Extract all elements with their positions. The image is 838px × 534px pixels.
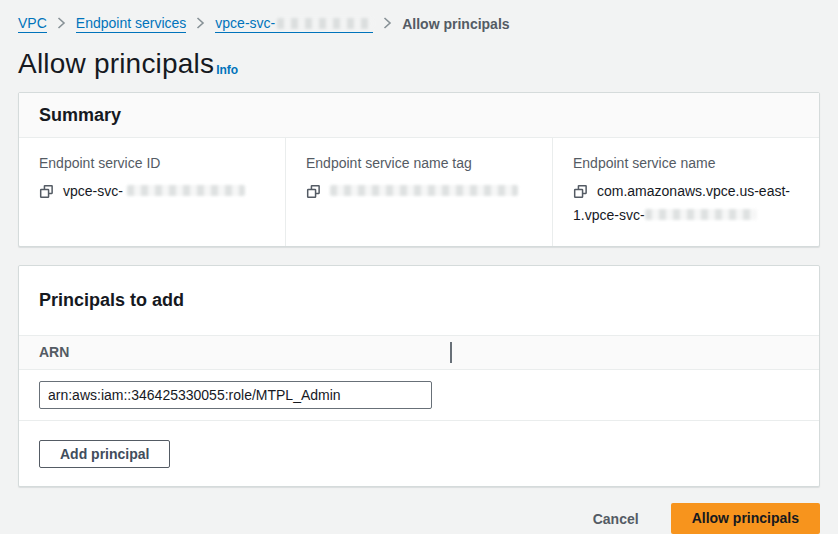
breadcrumb-service-id-text: vpce-svc-: [215, 15, 275, 32]
field-value: [306, 181, 532, 205]
arn-input-row: [19, 370, 819, 421]
allow-principals-button[interactable]: Allow principals: [671, 503, 820, 534]
add-principal-button[interactable]: Add principal: [39, 440, 170, 468]
field-label: Endpoint service ID: [39, 154, 265, 172]
summary-heading: Summary: [39, 104, 799, 126]
add-principal-row: Add principal: [19, 421, 819, 486]
breadcrumb-item-vpc[interactable]: VPC: [18, 15, 47, 33]
field-value-text: vpce-svc-: [63, 183, 123, 199]
chevron-right-icon: [196, 16, 205, 32]
principals-heading: Principals to add: [39, 289, 799, 311]
breadcrumb-item-endpoint-services[interactable]: Endpoint services: [76, 15, 187, 33]
page: VPC Endpoint services vpce-svc- Allow pr…: [0, 0, 838, 534]
copy-icon[interactable]: [306, 184, 321, 205]
chevron-right-icon: [57, 16, 66, 32]
page-title: Allow principals: [18, 48, 214, 80]
summary-card-header: Summary: [19, 93, 819, 138]
field-label: Endpoint service name: [573, 154, 799, 172]
summary-grid: Endpoint service ID vpce-svc- Endpoint s…: [19, 138, 819, 246]
summary-field-endpoint-service-name: Endpoint service name com.amazonaws.vpce…: [552, 138, 819, 246]
arn-input[interactable]: [39, 381, 432, 409]
page-title-row: Allow principals Info: [18, 48, 820, 80]
field-value: vpce-svc-: [39, 181, 265, 205]
principals-card: Principals to add ARN Add principal: [18, 265, 820, 487]
footer-actions: Cancel Allow principals: [18, 503, 820, 534]
chevron-right-icon: [383, 16, 392, 32]
breadcrumb: VPC Endpoint services vpce-svc- Allow pr…: [18, 14, 820, 34]
breadcrumb-item-current: Allow principals: [402, 16, 509, 32]
redacted-text: [277, 18, 373, 29]
summary-field-endpoint-service-name-tag: Endpoint service name tag: [285, 138, 552, 246]
arn-column-header-row: ARN: [19, 336, 819, 370]
redacted-text: [330, 185, 518, 196]
arn-column-header: ARN: [39, 344, 69, 360]
field-label: Endpoint service name tag: [306, 154, 532, 172]
breadcrumb-item-service-id[interactable]: vpce-svc-: [215, 15, 373, 33]
copy-icon[interactable]: [573, 184, 588, 205]
info-link[interactable]: Info: [216, 63, 238, 80]
cancel-button[interactable]: Cancel: [587, 510, 645, 528]
summary-card: Summary Endpoint service ID vpce-svc- En…: [18, 92, 820, 247]
principals-card-header: Principals to add: [19, 266, 819, 336]
column-resize-handle[interactable]: [450, 342, 452, 363]
redacted-text: [127, 185, 245, 196]
redacted-text: [645, 209, 757, 220]
field-value: com.amazonaws.vpce.us-east-1.vpce-svc-: [573, 181, 799, 226]
summary-field-endpoint-service-id: Endpoint service ID vpce-svc-: [19, 138, 285, 246]
copy-icon[interactable]: [39, 184, 54, 205]
